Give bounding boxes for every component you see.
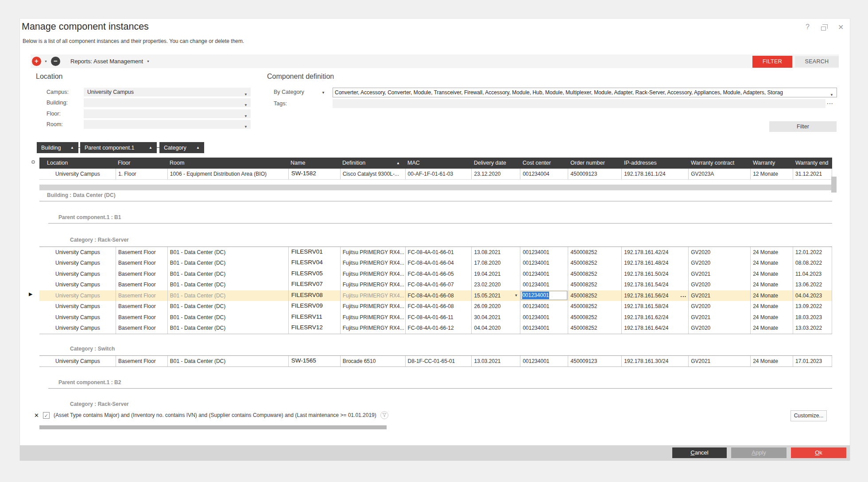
column-header-ip-addresses[interactable]: IP-addresses <box>622 158 689 169</box>
room-dropdown[interactable]: ▼ <box>84 120 251 129</box>
categories-input[interactable]: Converter, Accessory, Converter, Module,… <box>333 88 837 97</box>
cell-warranty-end: 08.08.2022 <box>793 258 832 269</box>
group-chip-category[interactable]: Category ▲ <box>159 142 204 153</box>
column-header-delivery-date[interactable]: Delivery date <box>472 158 520 169</box>
cell-delivery-date: 26.09.2020 <box>471 301 520 312</box>
cell-warranty-contract: GV2021 <box>688 290 750 301</box>
cell-warranty-end: 13.09.2022 <box>793 301 832 312</box>
cell-warranty: 24 Monate <box>750 312 793 323</box>
column-header-warranty-contract[interactable]: Warranty contract <box>689 158 751 169</box>
column-header-room[interactable]: Room <box>167 158 288 169</box>
column-header-location[interactable]: Location <box>39 158 116 169</box>
column-header-floor[interactable]: Floor <box>116 158 167 169</box>
column-header-label: Room <box>170 158 184 169</box>
cell-name: FILESRV01 <box>288 247 340 258</box>
cell-ip-addresses: 192.178.161.42/24 <box>621 247 688 258</box>
group-chip-label: Building <box>41 145 61 151</box>
campus-dropdown[interactable]: University Campus▼ <box>84 88 251 96</box>
add-report-button[interactable]: + <box>32 57 41 66</box>
cell-name: FILESRV11 <box>288 312 340 323</box>
page-title: Manage component instances <box>22 21 149 32</box>
column-header-label: Warranty contract <box>691 158 734 169</box>
column-header-name[interactable]: Name <box>288 158 340 169</box>
table-row[interactable]: University CampusBasement FloorB01 - Dat… <box>39 269 832 280</box>
cell-warranty-contract: GV2021 <box>688 356 750 367</box>
cell-floor: Basement Floor <box>116 301 167 312</box>
table-horizontal-scrollbar[interactable] <box>39 185 832 190</box>
bottom-horizontal-scrollbar[interactable] <box>39 425 387 429</box>
table-row[interactable]: University CampusBasement FloorB01 - Dat… <box>39 312 832 323</box>
cost-center-edit-field[interactable]: 001234001 <box>521 291 567 300</box>
cell-warranty: 24 Monate <box>750 323 793 334</box>
by-category-dropdown[interactable]: By Category <box>274 89 304 95</box>
column-header-definition[interactable]: Definition▲ <box>340 158 405 169</box>
reports-dropdown[interactable]: Reports: Asset Management▼ <box>70 58 150 65</box>
cell-delivery-date: 13.03.2021 <box>471 356 520 367</box>
column-header-warranty[interactable]: Warranty <box>751 158 793 169</box>
cell-warranty-end: 18.03.2023 <box>793 312 832 323</box>
cell-location: University Campus <box>39 169 116 179</box>
column-header-label: IP-addresses <box>624 158 657 169</box>
search-tab-button[interactable]: SEARCH <box>795 56 839 67</box>
cancel-button[interactable]: Cancel <box>672 447 727 458</box>
table-row[interactable]: University CampusBasement FloorB01 - Dat… <box>39 301 832 312</box>
column-header-warranty-end[interactable]: Warranty end <box>793 158 832 169</box>
column-header-order-number[interactable]: Order number <box>568 158 622 169</box>
table-row[interactable]: University CampusBasement FloorB01 - Dat… <box>39 258 832 269</box>
cell-cost-center: 001234001 <box>520 290 568 301</box>
table-row[interactable]: University CampusBasement FloorB01 - Dat… <box>39 247 832 258</box>
row-indicator-icon <box>31 160 35 164</box>
cell-mac: D8-1F-CC-01-65-01 <box>405 356 472 367</box>
apply-filter-button[interactable]: Filter <box>769 121 837 132</box>
floor-dropdown[interactable]: ▼ <box>84 109 251 118</box>
cell-ip-addresses: 192.178.161.58/24 <box>621 301 688 312</box>
column-header-mac[interactable]: MAC <box>405 158 472 169</box>
cell-mac: FC-08-4A-01-66-11 <box>405 312 472 323</box>
cell-room: B01 - Data Center (DC) <box>167 356 288 367</box>
cell-location: University Campus <box>39 323 116 334</box>
table-row[interactable]: University CampusBasement FloorB01 - Dat… <box>39 356 832 367</box>
table-vertical-scrollbar[interactable] <box>831 177 837 193</box>
remove-report-button[interactable]: − <box>51 57 60 66</box>
cell-floor: Basement Floor <box>116 323 167 334</box>
cell-warranty-contract: GV2020 <box>688 258 750 269</box>
close-icon[interactable]: ✕ <box>838 23 844 31</box>
reports-caret-icon: ▼ <box>147 60 150 63</box>
date-caret-icon[interactable]: ▼ <box>515 290 518 301</box>
group-chip-building[interactable]: Building ▲ <box>37 142 78 153</box>
cell-delivery-date: 23.02.2020 <box>471 279 520 290</box>
tags-label: Tags: <box>274 100 287 107</box>
table-row[interactable]: University CampusBasement FloorB01 - Dat… <box>39 279 832 290</box>
cell-definition: Fujitsu PRIMERGY RX4... <box>340 247 405 258</box>
help-icon[interactable]: ? <box>806 23 810 31</box>
tags-input[interactable] <box>333 99 825 108</box>
filter-checkbox[interactable]: ✓ <box>43 412 50 419</box>
tags-more-button[interactable]: ... <box>827 98 833 105</box>
cell-order-number: 450008252 <box>568 247 621 258</box>
filter-funnel-icon[interactable] <box>380 411 388 419</box>
cell-floor: Basement Floor <box>116 279 167 290</box>
group-chip-parent-component[interactable]: Parent component.1 ▲ <box>80 142 157 153</box>
ip-more-button[interactable]: ... <box>680 290 686 301</box>
cell-order-number: 450008252 <box>568 323 621 334</box>
restore-window-icon[interactable] <box>821 27 826 31</box>
cell-definition: Fujitsu PRIMERGY RX4... <box>340 269 405 280</box>
filter-tab-button[interactable]: FILTER <box>752 56 792 68</box>
table-row[interactable]: University Campus1. Floor1006 - Equipmen… <box>39 169 832 180</box>
table-row[interactable]: University CampusBasement FloorB01 - Dat… <box>39 323 832 334</box>
customize-button[interactable]: Customize... <box>790 410 827 421</box>
apply-button[interactable]: Apply <box>731 447 787 458</box>
cell-mac: FC-08-4A-01-66-12 <box>405 323 472 334</box>
cell-warranty-end: 04.04.2023 <box>793 290 832 301</box>
cell-warranty: 24 Monate <box>750 290 793 301</box>
ok-button[interactable]: Ok <box>791 447 846 458</box>
column-header-cost-center[interactable]: Cost center <box>520 158 568 169</box>
cell-order-number: 450008252 <box>568 269 621 280</box>
add-report-caret-icon[interactable]: ▼ <box>44 60 47 63</box>
by-category-caret-icon[interactable]: ▼ <box>322 91 325 95</box>
cell-location: University Campus <box>39 312 116 323</box>
building-dropdown[interactable]: ▼ <box>84 98 251 107</box>
cell-name: FILESRV12 <box>288 323 340 334</box>
clear-filter-icon[interactable]: ✕ <box>34 412 39 419</box>
table-row[interactable]: University CampusBasement FloorB01 - Dat… <box>39 290 832 301</box>
